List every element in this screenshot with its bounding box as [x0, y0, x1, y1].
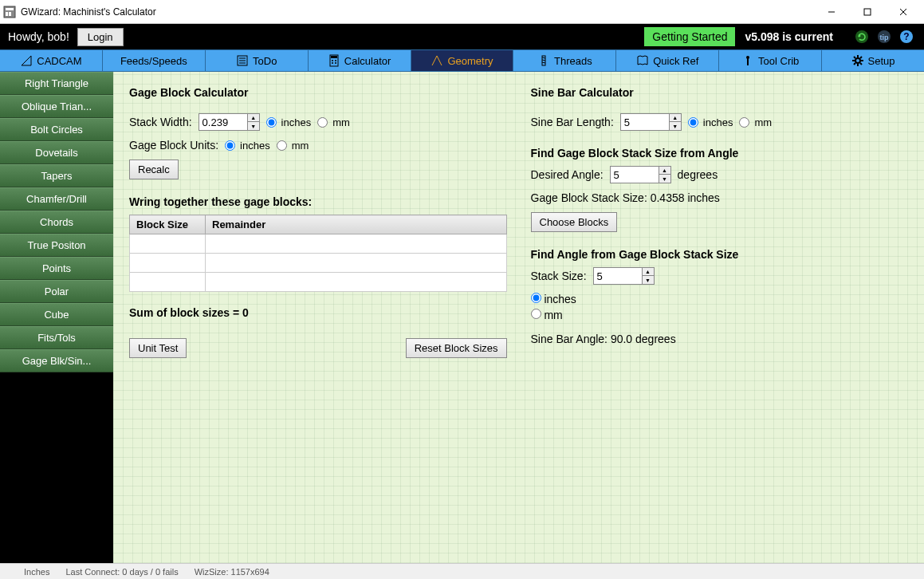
minimize-button[interactable] [813, 0, 849, 24]
status-connect: Last Connect: 0 days / 0 fails [65, 567, 178, 577]
tip-icon[interactable]: tip [875, 27, 894, 46]
refresh-icon[interactable] [852, 27, 871, 46]
gage-units-inches-radio[interactable]: inches [225, 140, 270, 152]
sidebar-item-fits-tols[interactable]: Fits/Tols [0, 326, 113, 349]
svg-rect-1 [6, 8, 14, 10]
tool-icon [741, 54, 754, 67]
stack-width-mm-radio[interactable]: mm [317, 116, 350, 128]
svg-point-22 [335, 60, 336, 61]
book-icon [636, 54, 649, 67]
cadcam-icon [20, 54, 33, 67]
stack-width-spinner[interactable]: ▲▼ [199, 113, 260, 131]
sine-bar-title: Sine Bar Calculator [531, 86, 909, 99]
geometry-icon [431, 54, 443, 67]
desired-angle-label: Desired Angle: [531, 168, 604, 181]
svg-line-28 [542, 62, 545, 63]
recalc-button[interactable]: Recalc [129, 160, 179, 179]
svg-text:?: ? [903, 31, 909, 42]
svg-line-37 [860, 63, 862, 65]
sidebar-item-polar[interactable]: Polar [0, 280, 113, 303]
login-button[interactable]: Login [77, 28, 124, 46]
sine-len-mm-radio[interactable]: mm [739, 116, 772, 128]
spinner-up[interactable]: ▲ [248, 114, 259, 122]
tab-cadcam[interactable]: CADCAM [0, 50, 103, 71]
status-units: Inches [24, 567, 49, 577]
desired-angle-input[interactable] [611, 167, 659, 183]
sidebar-item-tapers[interactable]: Tapers [0, 164, 113, 187]
stack-size-spinner[interactable]: ▲▼ [593, 267, 655, 285]
nav-label: ToDo [253, 55, 277, 67]
nav-label: Threads [554, 55, 592, 67]
stack-size-input[interactable] [594, 268, 642, 284]
col-remainder: Remainder [206, 215, 507, 234]
sine-len-inches-radio[interactable]: inches [688, 116, 733, 128]
nav-label: Tool Crib [758, 55, 799, 67]
sidebar-item-oblique-triangle[interactable]: Oblique Trian... [0, 95, 113, 118]
sidebar-item-chords[interactable]: Chords [0, 211, 113, 234]
close-button[interactable] [885, 0, 921, 24]
sine-len-label: Sine Bar Length: [531, 116, 614, 128]
status-wizsize: WizSize: 1157x694 [195, 567, 269, 577]
getting-started-button[interactable]: Getting Started [644, 27, 735, 46]
svg-point-31 [855, 58, 860, 63]
unit-test-button[interactable]: Unit Test [129, 338, 187, 358]
spinner-up[interactable]: ▲ [659, 167, 670, 175]
stack-size-mm-radio[interactable]: mm [531, 309, 909, 321]
wring-heading: Wring together these gage blocks: [129, 195, 507, 208]
svg-line-39 [860, 57, 862, 58]
spinner-down[interactable]: ▼ [643, 276, 654, 284]
stack-size-label: Stack Size: [531, 270, 587, 282]
sine-len-input[interactable] [621, 114, 669, 130]
tab-setup[interactable]: Setup [822, 50, 924, 71]
tab-quick-ref[interactable]: Quick Ref [616, 50, 719, 71]
sidebar-item-points[interactable]: Points [0, 257, 113, 280]
sidebar-item-dovetails[interactable]: Dovetails [0, 141, 113, 164]
sidebar-item-cube[interactable]: Cube [0, 303, 113, 326]
nav-label: Quick Ref [653, 55, 698, 67]
sidebar-item-true-position[interactable]: True Positon [0, 234, 113, 257]
sidebar-item-gage-block-sine[interactable]: Gage Blk/Sin... [0, 349, 113, 372]
sidebar-item-right-triangle[interactable]: Right Triangle [0, 72, 113, 95]
svg-point-23 [332, 62, 333, 64]
svg-rect-30 [747, 58, 749, 65]
titlebar: GWizard: Machinist's Calculator [0, 0, 924, 24]
choose-blocks-button[interactable]: Choose Blocks [531, 212, 618, 232]
stack-result-text: Gage Block Stack Size: 0.4358 inches [531, 191, 720, 204]
table-row [130, 234, 507, 254]
sine-len-spinner[interactable]: ▲▼ [620, 113, 682, 131]
nav-label: Geometry [447, 55, 493, 67]
maximize-button[interactable] [849, 0, 885, 24]
calculator-icon [328, 54, 340, 67]
nav-label: Setup [868, 55, 895, 67]
table-row [130, 273, 507, 292]
spinner-down[interactable]: ▼ [670, 122, 681, 130]
stack-size-inches-radio[interactable]: inches [531, 293, 909, 305]
stack-width-input[interactable] [199, 114, 247, 130]
app-icon [3, 6, 16, 18]
gear-icon [851, 54, 864, 67]
svg-rect-5 [864, 9, 871, 15]
tab-tool-crib[interactable]: Tool Crib [719, 50, 822, 71]
gage-units-mm-radio[interactable]: mm [277, 140, 309, 152]
desired-angle-spinner[interactable]: ▲▼ [610, 166, 671, 183]
sidebar-item-chamfer-drill[interactable]: Chamfer/Drill [0, 187, 113, 211]
spinner-up[interactable]: ▲ [643, 268, 654, 276]
todo-icon [236, 54, 249, 67]
tab-calculator[interactable]: Calculator [309, 50, 411, 71]
sidebar-item-bolt-circles[interactable]: Bolt Circles [0, 118, 113, 141]
tab-threads[interactable]: Threads [513, 50, 616, 71]
spinner-down[interactable]: ▼ [659, 175, 670, 183]
reset-block-sizes-button[interactable]: Reset Block Sizes [406, 338, 507, 358]
spinner-down[interactable]: ▼ [248, 122, 259, 130]
nav-label: Calculator [344, 55, 391, 67]
stack-width-inches-radio[interactable]: inches [266, 116, 312, 128]
help-icon[interactable]: ? [897, 27, 916, 46]
topbar: Howdy, bob! Login Getting Started v5.098… [0, 24, 924, 49]
tab-feeds-speeds[interactable]: Feeds/Speeds [103, 50, 206, 71]
gage-block-table: Block Size Remainder [129, 215, 507, 292]
tab-todo[interactable]: ToDo [206, 50, 309, 71]
tab-geometry[interactable]: Geometry [411, 50, 514, 71]
svg-rect-20 [331, 56, 337, 58]
stack-width-label: Stack Width: [129, 116, 192, 128]
spinner-up[interactable]: ▲ [670, 114, 681, 122]
